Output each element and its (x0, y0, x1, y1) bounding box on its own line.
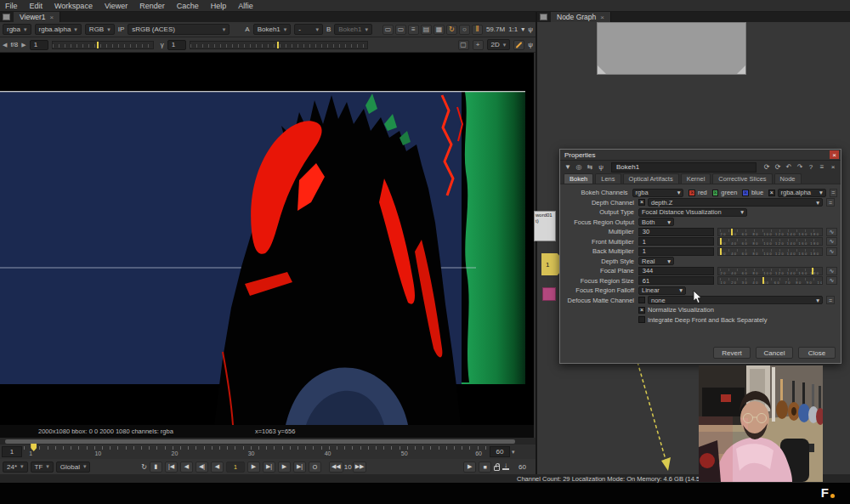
depth-channel-dropdown[interactable]: depth.Z ▾ (648, 198, 823, 207)
backdrop-node[interactable] (597, 22, 746, 75)
timeline-scrollbar[interactable] (0, 438, 536, 445)
viewer-viewport[interactable] (0, 53, 534, 425)
node-name-field[interactable]: Bokeh1 (611, 162, 756, 173)
tab-node-graph[interactable]: Node Graph × (551, 12, 611, 22)
window-close-button[interactable]: × (830, 150, 839, 159)
normalize-checkbox[interactable]: × (638, 307, 645, 314)
tab-corrective-slices[interactable]: Corrective Slices (712, 173, 772, 184)
help-icon[interactable]: ? (807, 163, 815, 171)
channel-options-button[interactable]: = (826, 198, 835, 207)
defocus-matte-checkbox[interactable] (638, 297, 645, 303)
depth-style-dropdown[interactable]: Real ▾ (638, 257, 674, 265)
script-icon[interactable]: ≡ (818, 163, 826, 171)
bokeh-channels-dropdown[interactable]: rgba ▾ (632, 189, 684, 197)
channel-options-button[interactable]: = (826, 296, 835, 304)
pause-icon[interactable]: Ⅱ (472, 25, 483, 35)
menu-file[interactable]: File (5, 2, 18, 10)
chevron-down-icon[interactable]: ▾ (512, 449, 515, 456)
focus-region-output-dropdown[interactable]: Both ▾ (638, 218, 674, 226)
range-start-input[interactable]: 1 (2, 446, 22, 457)
output-type-dropdown[interactable]: Focal Distance Visualization ▾ (638, 208, 747, 217)
integrate-checkbox[interactable] (638, 316, 645, 323)
curve-button[interactable]: ∿ (826, 237, 837, 246)
frame-ruler[interactable]: 1 10 20 30 40 50 60 (24, 445, 488, 458)
display-channels-dropdown[interactable]: RGB ▾ (85, 24, 115, 35)
sync2-icon[interactable]: ⟳ (774, 163, 782, 171)
curve-button[interactable]: ∿ (826, 228, 837, 236)
range-end-input[interactable]: 60 (490, 446, 510, 457)
front-multiplier-slider[interactable]: 20 40 60 80 100 120 140 160 180 200 220 … (717, 237, 823, 246)
record-button[interactable]: O (309, 462, 321, 473)
back-multiplier-slider[interactable]: 20 40 60 80 100 120 140 160 180 200 220 … (717, 247, 823, 256)
menu-viewer[interactable]: Viewer (105, 2, 128, 10)
focal-plane-slider[interactable]: 20 40 60 80 100 120 140 160 180 200 220 … (717, 267, 823, 275)
roi-icon[interactable]: ↻ (446, 25, 457, 35)
tab-lens[interactable]: Lens (595, 173, 620, 184)
curve-button[interactable]: ∿ (826, 247, 837, 256)
gamma-slider[interactable] (190, 41, 368, 49)
defocus-matte-dropdown[interactable]: none ▾ (648, 296, 823, 304)
slider-handle[interactable] (731, 229, 733, 235)
proxy-readout[interactable]: 1:1 (508, 25, 518, 33)
pencil-icon[interactable] (513, 40, 524, 50)
blue-channel-checkbox[interactable]: × (742, 190, 748, 196)
alpha-channel-dropdown[interactable]: rgba.alpha ▾ (778, 189, 826, 197)
green-channel-checkbox[interactable]: × (712, 190, 718, 196)
slider-handle[interactable] (762, 277, 764, 284)
menu-render[interactable]: Render (139, 2, 165, 10)
tracker-icon[interactable]: + (473, 40, 484, 50)
view-mode-dropdown[interactable]: 2D ▾ (487, 39, 511, 50)
go-to-end-button[interactable]: ▶| (293, 462, 306, 473)
tab-viewer1[interactable]: Viewer1 × (14, 12, 60, 22)
b-input-dropdown[interactable]: Bokeh1 ▾ (334, 24, 372, 35)
input-process-toggle[interactable]: IP (118, 25, 125, 33)
panel-menu-icon[interactable] (3, 14, 10, 20)
focal-plane-input[interactable]: 344 (638, 267, 715, 275)
increment-value[interactable]: 10 (344, 463, 352, 471)
clock-icon[interactable]: ◎ (575, 163, 583, 171)
marquee-icon[interactable]: ▢ (458, 40, 469, 50)
gain-decrease-button[interactable]: ◀ (3, 42, 7, 48)
revert-button[interactable]: Revert (713, 347, 751, 359)
focus-region-size-slider[interactable]: 10 20 30 40 50 60 70 80 90 100 120 140 (717, 276, 823, 285)
gain-increase-button[interactable]: ▶ (21, 42, 26, 48)
collapse-icon[interactable]: ▼ (564, 163, 572, 171)
gamma-input[interactable]: 1 (167, 40, 186, 50)
tab-bokeh[interactable]: Bokeh (564, 173, 593, 184)
current-frame-field[interactable]: 1 (226, 462, 245, 473)
flipbook-play-icon[interactable]: ▶ (463, 462, 476, 473)
gain-slider-handle[interactable] (97, 42, 99, 48)
menu-alfie[interactable]: Alfie (238, 2, 253, 10)
node-tree-icon[interactable]: ψ (597, 163, 605, 171)
sync-icon[interactable]: ⟳ (762, 163, 771, 171)
play-backward-button[interactable]: ◀ (211, 462, 224, 473)
read-node[interactable]: word01 t) (534, 211, 556, 241)
slider-handle[interactable] (720, 248, 722, 255)
zoom-readout[interactable]: 59.7M (486, 25, 505, 33)
gain-input[interactable]: 1 (30, 40, 48, 50)
save-icon[interactable]: ↓ (502, 463, 509, 470)
menu-help[interactable]: Help (211, 2, 227, 10)
framing-icon[interactable]: ▭ (382, 25, 394, 35)
alpha-layer-dropdown[interactable]: rgba.alpha ▾ (35, 24, 82, 35)
frame-marker-button[interactable]: ▮ (150, 462, 162, 473)
close-icon[interactable]: × (50, 14, 54, 21)
back-multiplier-input[interactable]: 1 (638, 247, 715, 256)
focus-region-size-input[interactable]: 61 (638, 276, 715, 285)
panel-menu-icon[interactable] (540, 14, 547, 20)
step-forward-button[interactable]: ▶| (263, 462, 275, 473)
tab-node[interactable]: Node (774, 173, 802, 184)
tf-dropdown[interactable]: TF ▾ (31, 462, 54, 473)
tab-kernel[interactable]: Kernel (681, 173, 711, 184)
close-icon[interactable]: × (600, 14, 604, 21)
wipe-mode-dropdown[interactable]: - ▾ (294, 24, 323, 35)
redo-icon[interactable]: ↷ (796, 163, 804, 171)
flipbook-stop-icon[interactable]: ■ (479, 462, 491, 473)
slider-handle[interactable] (720, 238, 722, 245)
curve-button[interactable]: ∿ (826, 267, 837, 275)
increment-button[interactable]: ▶▶ (353, 462, 367, 473)
undo-icon[interactable]: ↶ (785, 163, 793, 171)
lock-range-icon[interactable] (494, 466, 500, 471)
stamp-icon[interactable]: ψ (528, 41, 533, 48)
channel-options-button[interactable]: = (830, 189, 837, 197)
